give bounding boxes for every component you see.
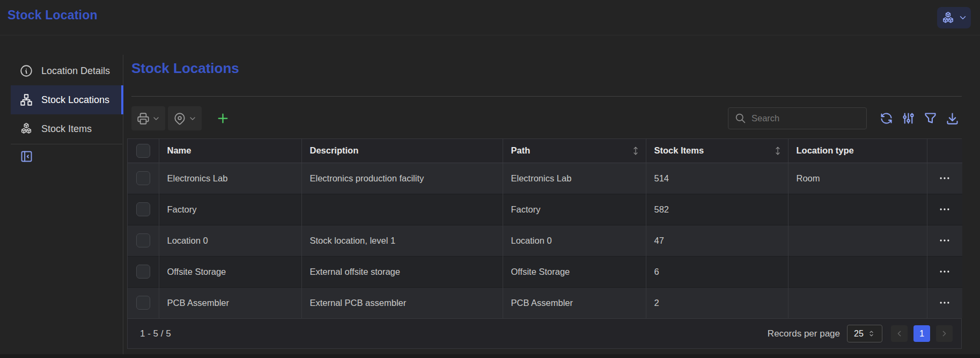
chevron-down-icon	[188, 114, 197, 123]
cell-location-type	[788, 256, 927, 287]
cell-name: PCB Assembler	[159, 287, 301, 318]
search-box	[728, 107, 867, 129]
printer-icon	[136, 112, 150, 126]
row-checkbox[interactable]	[136, 233, 150, 247]
table-row[interactable]: Electronics Lab Electronics production f…	[128, 163, 962, 194]
previous-page-button[interactable]	[891, 325, 908, 342]
top-header-bar: Stock Location	[0, 0, 980, 35]
cell-name: Electronics Lab	[159, 163, 301, 194]
column-header-label: Path	[511, 145, 530, 155]
sidebar-section-divider	[11, 144, 122, 144]
dots-icon	[939, 297, 950, 309]
row-actions-button[interactable]	[939, 297, 950, 309]
row-checkbox[interactable]	[136, 296, 150, 310]
sidebar-item-stock-items[interactable]: Stock Items	[11, 114, 123, 143]
sitemap-icon	[19, 93, 33, 107]
location-actions-button[interactable]	[168, 106, 202, 130]
table-toolbar	[131, 106, 962, 130]
records-per-page-select[interactable]: 25	[847, 325, 882, 342]
sort-icon[interactable]	[631, 146, 640, 156]
sort-icon[interactable]	[773, 146, 783, 156]
search-input[interactable]	[751, 113, 870, 123]
row-actions-button[interactable]	[939, 235, 950, 246]
cell-stock-items: 582	[646, 194, 788, 225]
sidebar-item-label: Stock Items	[41, 123, 92, 135]
cell-name: Offsite Storage	[159, 256, 301, 287]
sidebar-item-location-details[interactable]: Location Details	[11, 56, 123, 85]
sidebar: Location Details Stock Locations	[0, 35, 123, 354]
filter-button[interactable]	[920, 108, 940, 129]
cell-location-type	[788, 287, 927, 318]
download-icon	[945, 111, 960, 126]
cell-description	[301, 194, 503, 225]
boxes-icon	[941, 11, 955, 25]
record-range-label: 1 - 5 / 5	[140, 328, 171, 339]
cell-stock-items: 6	[646, 256, 788, 287]
select-all-header[interactable]	[128, 139, 159, 163]
stock-locations-table: Name Description Path Stock Items	[127, 138, 962, 349]
records-per-page-value: 25	[854, 329, 864, 339]
table-row[interactable]: Location 0 Stock location, level 1 Locat…	[128, 225, 962, 256]
row-actions-button[interactable]	[939, 172, 950, 184]
dots-icon	[939, 203, 950, 215]
cell-name: Location 0	[159, 225, 301, 256]
cell-path: Electronics Lab	[503, 163, 646, 194]
cell-path: Factory	[503, 194, 646, 225]
row-actions-button[interactable]	[939, 266, 950, 277]
records-per-page-label: Records per page	[768, 328, 840, 339]
cell-stock-items: 514	[646, 163, 788, 194]
sidebar-tabs: Location Details Stock Locations	[11, 56, 123, 143]
cell-name: Factory	[159, 194, 301, 225]
chevron-right-icon	[940, 329, 949, 338]
panel-heading: Stock Locations	[131, 60, 239, 77]
column-header-path[interactable]: Path	[503, 139, 646, 163]
cell-description: External offsite storage	[301, 256, 503, 287]
cell-description: External PCB assembler	[301, 287, 503, 318]
cell-description: Electronics production facility	[301, 163, 503, 194]
row-actions-button[interactable]	[939, 203, 950, 215]
selector-icon	[867, 330, 875, 338]
print-actions-button[interactable]	[131, 106, 165, 130]
row-checkbox[interactable]	[136, 265, 150, 279]
toolbar-right-group	[728, 107, 962, 129]
dots-icon	[939, 266, 950, 277]
add-location-button[interactable]	[211, 106, 234, 130]
column-header-label: Stock Items	[654, 145, 704, 155]
search-icon	[735, 113, 746, 124]
sidebar-collapse-icon	[19, 149, 35, 164]
app-window: Stock Location	[0, 0, 980, 358]
table-row[interactable]: Factory Factory 582	[128, 194, 962, 225]
next-page-button[interactable]	[936, 325, 953, 342]
chevron-down-icon	[152, 114, 160, 123]
stock-actions-button[interactable]	[937, 7, 971, 28]
table-header-row: Name Description Path Stock Items	[128, 139, 962, 163]
cell-stock-items: 47	[646, 225, 788, 256]
info-circle-icon	[19, 64, 33, 78]
cell-path: Offsite Storage	[503, 256, 646, 287]
page-1-button[interactable]: 1	[913, 325, 930, 342]
cell-location-type	[788, 225, 927, 256]
select-all-checkbox[interactable]	[136, 144, 150, 158]
cell-description: Stock location, level 1	[301, 225, 503, 256]
pager: 1	[891, 325, 953, 342]
sidebar-collapse-button[interactable]	[19, 148, 35, 164]
dots-icon	[939, 235, 950, 246]
sidebar-item-label: Stock Locations	[41, 94, 109, 106]
column-header-name: Name	[159, 139, 301, 163]
row-checkbox[interactable]	[136, 202, 150, 216]
table-row[interactable]: Offsite Storage External offsite storage…	[128, 256, 962, 287]
refresh-button[interactable]	[876, 108, 896, 129]
table-settings-button[interactable]	[898, 108, 918, 129]
column-header-stock-items[interactable]: Stock Items	[646, 139, 788, 163]
table-row[interactable]: PCB Assembler External PCB assembler PCB…	[128, 287, 962, 318]
column-header-description: Description	[301, 139, 503, 163]
cell-stock-items: 2	[646, 287, 788, 318]
cell-path: PCB Assembler	[503, 287, 646, 318]
cell-location-type	[788, 194, 927, 225]
chevron-down-icon	[958, 13, 968, 23]
main-panel: Stock Locations	[127, 35, 962, 354]
download-button[interactable]	[942, 108, 962, 129]
row-checkbox[interactable]	[136, 171, 150, 185]
dots-icon	[939, 172, 950, 184]
sidebar-item-stock-locations[interactable]: Stock Locations	[11, 85, 123, 114]
